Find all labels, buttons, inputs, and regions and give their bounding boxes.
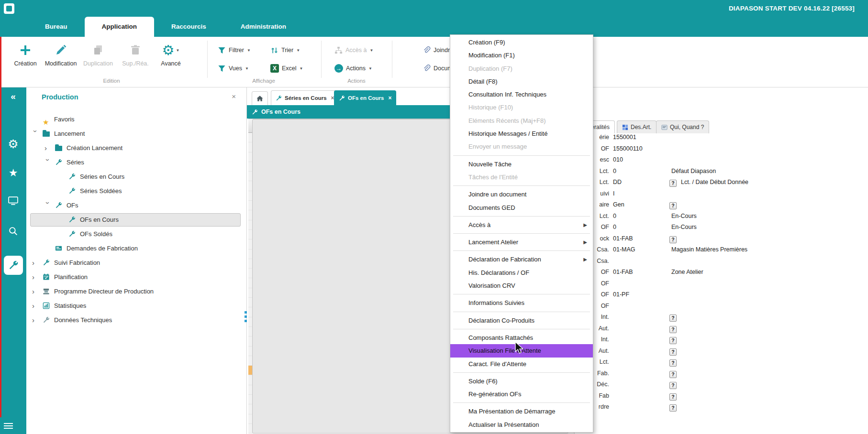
sidebar-tree-item[interactable]: › ★ Séries	[26, 155, 246, 170]
field-value[interactable]: 155000110	[613, 145, 643, 152]
field-value[interactable]: 010	[613, 156, 623, 163]
tree-expand-icon[interactable]: ›	[32, 313, 39, 327]
context-menu-item[interactable]: Documents GED ▶	[450, 201, 593, 214]
detail-tab[interactable]: Qui, Quand ?	[656, 120, 709, 133]
actions-button[interactable]: → Actions ▼	[334, 63, 372, 74]
help-question-icon[interactable]: ?	[669, 359, 677, 367]
vues-button[interactable]: Vues ▼	[218, 63, 249, 74]
sidebar-tree-item[interactable]: › ★ Séries Soldées	[26, 184, 246, 198]
menu-tab[interactable]: Application	[85, 17, 155, 37]
context-menu-item[interactable]: Ma Présentation de Démarrage ▶	[450, 405, 593, 418]
context-menu-item[interactable]: Création (F9) ▶	[450, 36, 593, 49]
filtrer-button[interactable]: Filtrer ▼	[218, 44, 251, 56]
app-corner-icon[interactable]	[0, 417, 17, 434]
tree-expand-icon[interactable]: ›	[32, 299, 39, 313]
context-menu-item[interactable]: ▶	[450, 214, 593, 218]
tab-series-en-cours[interactable]: Séries en Cours ×	[271, 90, 339, 105]
collapse-sidebar-icon[interactable]: «	[0, 91, 26, 102]
context-menu-item[interactable]: Nouvelle Tâche ▶	[450, 158, 593, 171]
context-menu-item[interactable]: Historique Messages / Entité ▶	[450, 127, 593, 140]
context-menu-item[interactable]: ▶	[450, 153, 593, 158]
field-value[interactable]: 0	[613, 168, 616, 174]
context-menu-item[interactable]: Eléments Récents (Maj+F8) ▶	[450, 114, 593, 127]
context-menu-item[interactable]: Accès à ▶	[450, 218, 593, 231]
menu-tab[interactable]: Administration	[223, 17, 303, 37]
context-menu-item[interactable]: ▶	[450, 184, 593, 188]
trier-button[interactable]: Trier ▼	[270, 44, 300, 56]
sidebar-tree-item[interactable]: › ★ Séries en Cours	[26, 170, 246, 184]
help-question-icon[interactable]: ?	[669, 326, 677, 333]
menu-tab[interactable]: Bureau	[28, 17, 85, 37]
settings-gear-icon[interactable]: ⚙	[0, 137, 26, 151]
field-value[interactable]: 0	[613, 224, 616, 230]
close-panel-icon[interactable]: ×	[232, 92, 236, 100]
sidebar-tree-item[interactable]: › ★ Favoris	[26, 112, 246, 127]
detail-tab[interactable]: Des.Art.	[617, 120, 657, 133]
help-question-icon[interactable]: ?	[669, 404, 677, 412]
menu-tab[interactable]: Raccourcis	[154, 17, 223, 37]
context-menu-item[interactable]: Déclaration de Fabrication ▶	[450, 253, 593, 266]
search-icon[interactable]	[0, 226, 26, 238]
tree-expand-icon[interactable]: ›	[32, 284, 39, 299]
sidebar-tree-item[interactable]: › ★ Statistiques	[26, 299, 246, 313]
field-value[interactable]: 01-FAB	[613, 235, 633, 242]
field-value[interactable]: I	[613, 190, 614, 197]
context-menu-item[interactable]: ▶	[450, 249, 593, 253]
desktop-icon[interactable]	[0, 196, 26, 207]
help-question-icon[interactable]: ?	[669, 371, 677, 378]
sidebar-tree-item[interactable]: › ★ Planification	[26, 270, 246, 284]
context-menu-item[interactable]: ▶	[450, 310, 593, 314]
creation-button[interactable]: Création	[8, 42, 43, 67]
avance-button[interactable]: ⚙▼ Avancé	[154, 42, 188, 67]
context-menu-item[interactable]: ▶	[450, 292, 593, 296]
tree-expand-icon[interactable]: ›	[28, 130, 43, 137]
field-value[interactable]: 01-FAB	[613, 269, 633, 275]
sidebar-tree-item[interactable]: › ★ Programme Directeur de Production	[26, 284, 246, 299]
context-menu-item[interactable]: ▶	[450, 401, 593, 405]
context-menu-item[interactable]: Informations Suivies ▶	[450, 296, 593, 309]
tab-ofs-en-cours[interactable]: OFs en Cours ×	[334, 90, 396, 105]
context-menu-item[interactable]: ▶	[450, 231, 593, 236]
sidebar-tree-item[interactable]: › ★ Suivi Fabrication	[26, 256, 246, 270]
help-question-icon[interactable]: ?	[669, 337, 677, 344]
help-question-icon[interactable]: ?	[669, 348, 677, 356]
context-menu-item[interactable]: Envoyer un message ▶	[450, 140, 593, 153]
context-menu-item[interactable]: Actualiser la Présentation ▶	[450, 418, 593, 431]
close-tab-icon[interactable]: ×	[388, 95, 391, 101]
context-menu-item[interactable]: Re-génération OFs ▶	[450, 388, 593, 401]
sidebar-tree-item[interactable]: › ★ OFs en Cours	[26, 213, 246, 227]
help-question-icon[interactable]: ?	[669, 315, 677, 322]
context-menu-item[interactable]: Lancement Atelier ▶	[450, 236, 593, 249]
field-value[interactable]: 01-PF	[613, 291, 629, 298]
sidebar-tree-item[interactable]: › ★ Données Techniques	[26, 313, 246, 327]
sidebar-tree-item[interactable]: › ★ OFs	[26, 198, 246, 213]
help-question-icon[interactable]: ?	[669, 180, 677, 187]
context-menu-item[interactable]: Déclaration Co-Produits ▶	[450, 314, 593, 327]
context-menu-item[interactable]: Tâches de l'Entité ▶	[450, 171, 593, 184]
field-value[interactable]: DD	[613, 179, 622, 185]
context-menu-item[interactable]: Caract. File d'Attente ▶	[450, 358, 593, 370]
sidebar-tree-item[interactable]: › ★ Demandes de Fabrication	[26, 241, 246, 256]
field-value[interactable]: 01-MAG	[613, 246, 635, 253]
context-menu-item[interactable]: His. Déclarations / OF ▶	[450, 266, 593, 279]
joindre-button[interactable]: Joindre	[423, 44, 453, 56]
splitter-handle[interactable]	[245, 311, 247, 322]
context-menu-item[interactable]: Valorisation CRV ▶	[450, 279, 593, 292]
field-value[interactable]: Gen	[613, 201, 624, 208]
home-tab[interactable]	[252, 91, 268, 105]
help-question-icon[interactable]: ?	[669, 236, 677, 243]
context-menu-item[interactable]: Détail (F8) ▶	[450, 75, 593, 88]
sidebar-tree-item[interactable]: › ★ OFs Soldés	[26, 227, 246, 241]
context-menu-item[interactable]: Modification (F1) ▶	[450, 49, 593, 62]
field-value[interactable]: 1550001	[613, 134, 636, 141]
modification-button[interactable]: Modification	[44, 42, 78, 67]
tree-expand-icon[interactable]: ›	[32, 256, 39, 270]
suppression-button[interactable]: Sup./Réa.	[118, 42, 153, 67]
context-menu-item[interactable]: Historique (F10) ▶	[450, 101, 593, 114]
tree-expand-icon[interactable]: ›	[41, 159, 55, 165]
row-gutter[interactable]	[248, 366, 263, 375]
tree-expand-icon[interactable]: ›	[41, 202, 55, 208]
production-module-icon[interactable]	[4, 256, 23, 275]
context-menu-item[interactable]: ▶	[450, 327, 593, 331]
sidebar-tree-item[interactable]: › ★ Création Lancement	[26, 141, 246, 155]
